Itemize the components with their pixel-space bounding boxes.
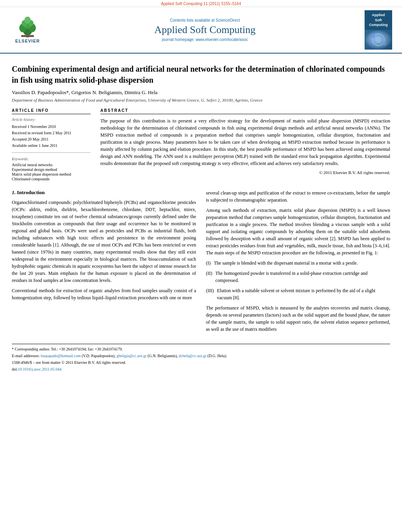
doi-link[interactable]: 10.1016/j.asoc.2011.05.044 xyxy=(18,367,61,371)
divider xyxy=(12,152,91,153)
article-info-col: ARTICLE INFO Article history: Received 1… xyxy=(12,108,91,182)
list-item-2: (II) The homogenized powder is transferr… xyxy=(206,270,390,284)
body-two-col: 1. Introduction Organochlorinated compou… xyxy=(12,189,390,336)
journal-citation: Applied Soft Computing 11 (2011) 5155–51… xyxy=(161,2,241,6)
list-label-1: (I) xyxy=(206,260,211,267)
list-item-1: (I) The sample is blended with the dispe… xyxy=(206,260,390,267)
page-wrapper: Applied Soft Computing 11 (2011) 5155–51… xyxy=(0,0,402,532)
svg-point-11 xyxy=(375,37,382,43)
email-1[interactable]: baspapado@hotmail.com xyxy=(41,354,81,358)
top-bar: Applied Soft Computing 11 (2011) 5155–51… xyxy=(0,0,402,7)
list-text-3: Elution with a suitable solvent or solve… xyxy=(217,287,390,301)
journal-center: Contents lists available at ScienceDirec… xyxy=(47,10,363,53)
sciencedirect-link-text[interactable]: ScienceDirect xyxy=(216,18,240,22)
abstract-col: ABSTRACT The purpose of this contributio… xyxy=(100,108,390,182)
affiliation: Department of Business Administration of… xyxy=(12,98,390,102)
received-date: Received 1 November 2010 xyxy=(12,124,91,130)
doi-label: doi: xyxy=(12,367,18,371)
footnote-issn: 1568-4946/$ – see front matter © 2011 El… xyxy=(12,360,390,365)
applied-soft-logo: Applied Soft Computing xyxy=(363,10,394,53)
footnote-star: * Corresponding author. Tel.: +30 264107… xyxy=(12,347,390,352)
abstract-label: ABSTRACT xyxy=(100,108,390,114)
applied-soft-image xyxy=(365,30,392,50)
elsevier-tree-icon xyxy=(16,16,39,38)
keyword-2: Experimental design method xyxy=(12,167,91,172)
article-info-label: ARTICLE INFO xyxy=(12,108,91,114)
list-text-2: The homogenized powder is transferred in… xyxy=(215,270,390,284)
email-3[interactable]: dchela@cc.uoi.gr xyxy=(179,354,206,358)
email-label: E-mail addresses: xyxy=(12,354,40,358)
footnote-area: * Corresponding author. Tel.: +30 264107… xyxy=(12,344,390,372)
copyright: © 2011 Elsevier B.V. All rights reserved… xyxy=(100,170,390,175)
available-date: Available online 1 June 2011 xyxy=(12,143,91,148)
intro-heading: 1. Introduction xyxy=(12,189,196,196)
list-label-3: (III) xyxy=(206,287,214,301)
right-para-1: several clean-up steps and purification … xyxy=(206,189,390,204)
section-number: 1. xyxy=(12,189,16,195)
right-para-3: The performance of MSPD, which is measur… xyxy=(206,304,390,333)
section-title: Introduction xyxy=(17,189,45,195)
applied-soft-box: Applied Soft Computing xyxy=(365,10,392,30)
sciencedirect-label: Contents lists available at ScienceDirec… xyxy=(170,18,240,22)
abstract-text: The purpose of this contribution is to p… xyxy=(100,117,390,167)
article-info-abstract: ARTICLE INFO Article history: Received 1… xyxy=(12,108,390,182)
email-2[interactable]: gbeligia@cc.uoi.gr xyxy=(117,354,146,358)
keyword-1: Artificial neural networks xyxy=(12,163,91,167)
right-para-2: Among such methods of extraction, matrix… xyxy=(206,207,390,256)
keyword-3: Matrix solid phase dispersion method xyxy=(12,172,91,176)
svg-point-13 xyxy=(382,42,386,46)
email-2-person: (G.N. Beligiannis), xyxy=(148,354,178,358)
footnote-doi: doi:10.1016/j.asoc.2011.05.044 xyxy=(12,367,390,372)
svg-point-12 xyxy=(370,33,375,38)
elsevier-brand-text: ELSEVIER xyxy=(15,39,40,43)
journal-homepage: journal homepage: www.elsevier.com/locat… xyxy=(162,37,248,42)
keyword-4: Chlorinated compounds xyxy=(12,177,91,181)
intro-para-1: Organochlorinated compounds: polychlorin… xyxy=(12,199,196,284)
intro-para-2: Conventional methods for extraction of o… xyxy=(12,287,196,301)
list-item-3: (III) Elution with a suitable solvent or… xyxy=(206,287,390,301)
body-left-col: 1. Introduction Organochlorinated compou… xyxy=(12,189,196,336)
body-content: 1. Introduction Organochlorinated compou… xyxy=(12,189,390,336)
footnote-emails: E-mail addresses: baspapado@hotmail.com … xyxy=(12,353,390,359)
article-title: Combining experimental design and artifi… xyxy=(12,63,390,85)
journal-cover-image xyxy=(365,30,392,50)
keywords-label: Keywords: xyxy=(12,157,91,161)
main-content: Combining experimental design and artifi… xyxy=(0,54,402,381)
history-label: Article history: xyxy=(12,117,91,122)
accepted-date: Accepted 20 May 2011 xyxy=(12,137,91,142)
svg-rect-8 xyxy=(21,35,34,37)
authors-line: Vassilios D. Papadopoulos*, Grigorios N.… xyxy=(12,89,390,96)
journal-title: Applied Soft Computing xyxy=(154,24,256,36)
homepage-link[interactable]: www.elsevier.com/locate/asoc xyxy=(196,37,248,42)
elsevier-logo: ELSEVIER xyxy=(8,10,47,53)
list-label-2: (II) xyxy=(206,270,212,284)
list-text-1: The sample is blended with the dispersan… xyxy=(214,260,358,267)
journal-header: ELSEVIER Contents lists available at Sci… xyxy=(0,7,402,54)
svg-point-7 xyxy=(24,17,31,24)
email-3-person: (D.G. Hela). xyxy=(207,354,227,358)
received-revised-date: Received in revised form 2 May 2011 xyxy=(12,130,91,136)
authors-text: Vassilios D. Papadopoulos*, Grigorios N.… xyxy=(12,89,157,95)
body-right-col: several clean-up steps and purification … xyxy=(206,189,390,336)
email-1-person: (V.D. Papadopoulos), xyxy=(82,354,116,358)
